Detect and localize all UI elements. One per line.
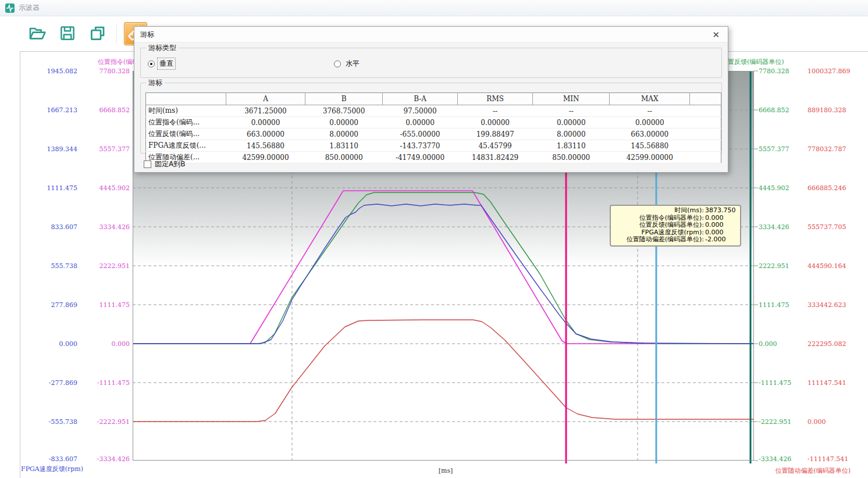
table-header-cell: B-A bbox=[382, 93, 457, 105]
radio-vertical-dot bbox=[148, 60, 155, 67]
checkbox-box bbox=[144, 160, 151, 168]
table-header-cell: MAX bbox=[610, 93, 690, 105]
cursor-measurement-table: ABB-ARMSMINMAX时间(ms)3671.250003768.75000… bbox=[145, 92, 721, 163]
radio-vertical-label: 垂直 bbox=[158, 58, 175, 69]
tooltip-row: 时间(ms):3873.750 bbox=[612, 207, 737, 215]
table-cell: 1.83110 bbox=[305, 140, 383, 152]
table-cell: -- bbox=[610, 105, 690, 117]
table-header-cell: A bbox=[226, 93, 305, 105]
table-header-cell: MIN bbox=[533, 93, 610, 105]
table-cell bbox=[690, 129, 721, 140]
table-cell: 0.00000 bbox=[305, 117, 383, 129]
table-cell: 145.56880 bbox=[610, 140, 690, 152]
tooltip-label: 位置反馈(编码器单位): bbox=[612, 222, 704, 229]
table-cell: 0.00000 bbox=[533, 117, 610, 129]
table-header-cell bbox=[146, 93, 226, 105]
table-header-cell bbox=[690, 93, 721, 105]
table-cell: 199.88497 bbox=[458, 129, 533, 140]
fix-a-to-b-checkbox[interactable]: 固定A到B bbox=[144, 159, 185, 169]
window-layout-icon bbox=[89, 24, 106, 44]
table-cell: 45.45799 bbox=[458, 140, 533, 152]
table-cell bbox=[690, 140, 721, 152]
table-row: 时间(ms)3671.250003768.7500097.50000------ bbox=[146, 105, 721, 117]
value-tooltip: 时间(ms):3873.750位置指令(编码器单位):0.000位置反馈(编码器… bbox=[610, 205, 741, 247]
table-cell: 0.00000 bbox=[458, 117, 533, 129]
tooltip-value: 0.000 bbox=[704, 222, 737, 229]
table-row: 位置指令(编码...0.000000.000000.000000.000000.… bbox=[146, 117, 721, 129]
table-cell: -655.00000 bbox=[382, 129, 457, 140]
table-cell: 663.00000 bbox=[610, 129, 690, 140]
table-row-label: 位置反馈(编码... bbox=[146, 129, 226, 140]
radio-vertical[interactable]: 垂直 bbox=[148, 58, 175, 69]
save-floppy-icon bbox=[59, 24, 76, 44]
window-layout-button[interactable] bbox=[86, 22, 109, 45]
table-cell: 42599.00000 bbox=[226, 152, 305, 163]
table-cell: 97.50000 bbox=[382, 105, 457, 117]
toolbar-separator bbox=[116, 24, 117, 44]
table-cell: 8.00000 bbox=[533, 129, 610, 140]
table-cell: 8.00000 bbox=[305, 129, 383, 140]
table-cell: 850.00000 bbox=[305, 152, 383, 163]
table-cell: 850.00000 bbox=[533, 152, 610, 163]
table-cell: -- bbox=[458, 105, 533, 117]
table-cell: 0.00000 bbox=[382, 117, 457, 129]
table-header-cell: B bbox=[305, 93, 383, 105]
table-row-label: 位置指令(编码... bbox=[146, 117, 226, 129]
table-cell: 0.00000 bbox=[226, 117, 305, 129]
tooltip-label: 位置随动偏差(编码器单位): bbox=[612, 236, 704, 244]
table-row: 位置随动偏差(...42599.00000850.00000-41749.000… bbox=[146, 152, 721, 163]
radio-horizontal[interactable]: 水平 bbox=[334, 58, 361, 69]
open-file-button[interactable] bbox=[26, 22, 49, 45]
table-cell: 1.83110 bbox=[533, 140, 610, 152]
window-titlebar[interactable]: 示波器 bbox=[0, 0, 868, 16]
table-header-cell: RMS bbox=[458, 93, 533, 105]
tooltip-value: -2.000 bbox=[704, 236, 737, 244]
table-cell: 3671.25000 bbox=[226, 105, 305, 117]
table-cell: -143.73770 bbox=[382, 140, 457, 152]
tooltip-label: 时间(ms): bbox=[612, 207, 704, 215]
table-cell: 42599.00000 bbox=[610, 152, 690, 163]
radio-horizontal-dot bbox=[334, 60, 341, 67]
table-row: 位置反馈(编码...663.000008.00000-655.00000199.… bbox=[146, 129, 721, 140]
save-button[interactable] bbox=[56, 22, 79, 45]
cursor-groupbox: 游标 ABB-ARMSMINMAX时间(ms)3671.250003768.75… bbox=[140, 83, 722, 154]
table-cell: 663.00000 bbox=[226, 129, 305, 140]
cursor-type-groupbox: 游标类型 垂直 水平 bbox=[140, 48, 722, 78]
tooltip-row: 位置反馈(编码器单位):0.000 bbox=[612, 222, 737, 229]
open-folder-icon bbox=[28, 24, 47, 44]
cursor-dialog: 游标 ✕ 游标类型 垂直 水平 游标 ABB-ARMSMINMAX时间(ms)3… bbox=[134, 26, 728, 173]
table-row-label: FPGA速度反馈(... bbox=[146, 140, 226, 152]
table-cell: 14831.82429 bbox=[458, 152, 533, 163]
table-cell: 3768.75000 bbox=[305, 105, 383, 117]
table-cell bbox=[690, 117, 721, 129]
table-cell bbox=[690, 152, 721, 163]
table-cell: 0.00000 bbox=[610, 117, 690, 129]
table-cell: -41749.00000 bbox=[382, 152, 457, 163]
cursor-group-label: 游标 bbox=[146, 78, 165, 88]
window-title: 示波器 bbox=[19, 3, 40, 13]
table-cell: -- bbox=[533, 105, 610, 117]
tooltip-row: 位置随动偏差(编码器单位):-2.000 bbox=[612, 236, 737, 244]
table-row: FPGA速度反馈(...145.568801.83110-143.7377045… bbox=[146, 140, 721, 152]
cursor-type-group-label: 游标类型 bbox=[146, 43, 179, 53]
app-waveform-icon bbox=[5, 3, 15, 13]
table-cell: 145.56880 bbox=[226, 140, 305, 152]
table-row-label: 时间(ms) bbox=[146, 105, 226, 117]
dialog-title: 游标 bbox=[140, 30, 154, 40]
table-cell bbox=[690, 105, 721, 117]
tooltip-value: 3873.750 bbox=[704, 207, 737, 215]
dialog-titlebar[interactable]: 游标 ✕ bbox=[134, 27, 728, 42]
checkbox-label: 固定A到B bbox=[155, 159, 185, 169]
dialog-close-button[interactable]: ✕ bbox=[710, 30, 722, 39]
radio-horizontal-label: 水平 bbox=[344, 58, 361, 69]
